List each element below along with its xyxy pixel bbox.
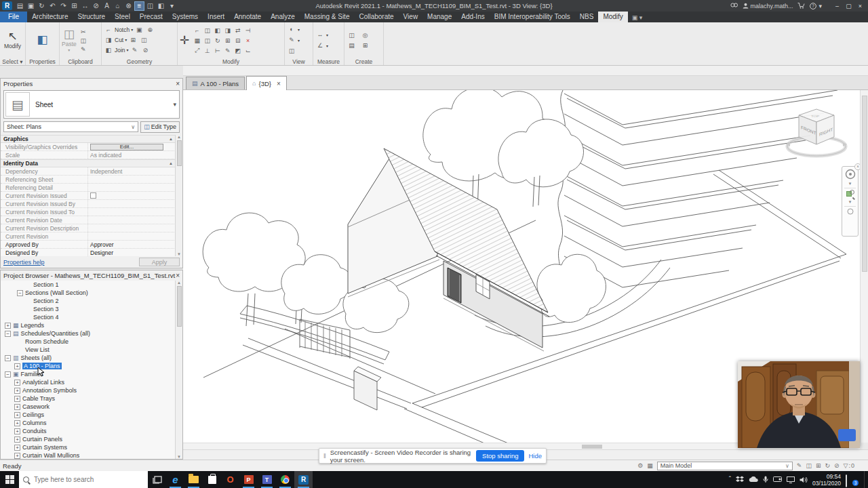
tree-item-annotation-symbols[interactable]: +Annotation Symbols: [1, 386, 175, 394]
scroll-up-icon[interactable]: ▲: [177, 135, 181, 139]
tab-nbs[interactable]: NBS: [575, 12, 599, 22]
collapse-icon[interactable]: −: [5, 355, 11, 361]
tree-item-curtain-panels[interactable]: +Curtain Panels: [1, 435, 175, 443]
match-properties-icon[interactable]: ✎: [79, 45, 88, 54]
dropbox-icon[interactable]: [736, 476, 744, 483]
select-panel-label[interactable]: Select ▾: [0, 58, 25, 65]
demolish-icon[interactable]: ✎: [130, 46, 140, 54]
hide-button[interactable]: Hide: [528, 452, 542, 460]
rotate-icon[interactable]: ↻: [212, 35, 222, 45]
view-cube[interactable]: FRONT RIGHT TOP: [785, 105, 848, 165]
tree-item-wall-sections[interactable]: − Sections (Wall Section): [1, 289, 175, 297]
tab-modify[interactable]: Modify: [598, 12, 627, 22]
identity-section-header[interactable]: Identity Data ▲: [1, 159, 182, 167]
undo-icon[interactable]: ↶: [47, 1, 58, 11]
move-button[interactable]: ✛: [180, 25, 189, 56]
print-icon[interactable]: ⊞: [69, 1, 79, 11]
copy-to-clipboard-icon[interactable]: ◫: [79, 37, 88, 45]
split-face-icon[interactable]: ◫: [139, 36, 149, 44]
wheel-dropdown-icon[interactable]: ▾: [849, 181, 852, 186]
steering-wheel-icon[interactable]: [845, 169, 856, 180]
property-row[interactable]: Approved By Approver: [1, 241, 182, 249]
tab-annotate[interactable]: Annotate: [229, 12, 266, 22]
array-icon[interactable]: ▦: [192, 35, 202, 45]
canvas-vertical-scrollbar[interactable]: [860, 90, 868, 443]
expand-icon[interactable]: +: [14, 428, 20, 434]
expand-icon[interactable]: +: [14, 453, 20, 459]
property-row[interactable]: Referencing Sheet: [1, 176, 182, 184]
signed-in-user[interactable]: malachy.math...: [743, 2, 793, 10]
scrollbar-thumb[interactable]: [177, 286, 182, 327]
cast-device-icon[interactable]: [773, 476, 782, 483]
measure-tape-icon[interactable]: ↔: [315, 30, 325, 39]
browser-scrollbar[interactable]: ▲ ▼: [175, 281, 182, 459]
tree-item-cable-trays[interactable]: +Cable Trays: [1, 394, 175, 403]
zoom-region-icon[interactable]: [846, 190, 854, 198]
tab-precast[interactable]: Precast: [135, 12, 167, 22]
taskbar-office-icon[interactable]: O: [221, 471, 239, 488]
navigation-bar[interactable]: × ▾ ▾: [842, 166, 859, 237]
create-assembly-icon[interactable]: ◎: [360, 30, 370, 40]
expand-icon[interactable]: +: [14, 412, 20, 418]
expand-icon[interactable]: +: [14, 404, 20, 410]
tab-file[interactable]: File: [0, 12, 27, 22]
property-row[interactable]: Current Revision Issued By: [1, 200, 182, 208]
speaker-icon[interactable]: [800, 476, 808, 483]
action-center-icon[interactable]: 3: [846, 475, 856, 485]
tree-item-a100-plans[interactable]: + A 100 - Plans: [1, 362, 175, 370]
instance-selector[interactable]: Sheet: Plans ∨: [3, 121, 138, 132]
taskbar-clock[interactable]: 09:54 03/11/2020: [812, 473, 841, 487]
create-group-icon[interactable]: ◫: [347, 30, 357, 40]
reveal-hidden-icon[interactable]: ◐: [287, 25, 296, 33]
open-icon[interactable]: ▤: [15, 1, 25, 11]
vg-overrides-edit-button[interactable]: Edit...: [90, 144, 163, 150]
tree-item-schedules[interactable]: − ▤ Schedules/Quantities (all): [1, 329, 175, 338]
design-options-icon[interactable]: ▦: [647, 462, 653, 469]
scroll-down-icon[interactable]: ▼: [177, 455, 181, 459]
property-row[interactable]: Current Revision Date: [1, 216, 182, 224]
collapse-icon[interactable]: −: [5, 331, 11, 337]
graphics-section-header[interactable]: Graphics ▲: [1, 135, 182, 143]
mirror-axis-icon[interactable]: ◧: [212, 25, 222, 35]
apply-coping-icon[interactable]: ▣: [134, 26, 144, 34]
thin-lines-icon[interactable]: ≡: [134, 1, 144, 11]
cut-to-clipboard-icon[interactable]: ✂: [79, 28, 88, 36]
collapse-section-icon[interactable]: ▲: [169, 137, 173, 141]
revit-logo-icon[interactable]: R: [2, 1, 12, 10]
extend-icon[interactable]: ⇄: [233, 25, 243, 35]
trim-icon[interactable]: ⊞: [222, 35, 233, 45]
close-hidden-windows-icon[interactable]: ◫: [145, 1, 155, 11]
text-icon[interactable]: A: [102, 1, 112, 11]
offset-icon[interactable]: ◫: [202, 25, 212, 35]
taskbar-edge-icon[interactable]: e: [166, 471, 184, 488]
tree-item-families[interactable]: − ▣ Families: [1, 370, 175, 378]
property-row[interactable]: Current Revision Issued: [1, 192, 182, 200]
tree-item-curtain-systems[interactable]: +Curtain Systems: [1, 443, 175, 451]
tab-insert[interactable]: Insert: [203, 12, 229, 22]
select-links-icon[interactable]: ⊘: [834, 462, 840, 469]
close-view-tab-icon[interactable]: ×: [277, 80, 281, 87]
restore-button[interactable]: ▢: [844, 1, 854, 10]
expand-icon[interactable]: +: [5, 323, 11, 329]
tab-options-icon[interactable]: ▣ ▾: [628, 13, 647, 22]
apply-button[interactable]: Apply: [139, 258, 180, 266]
expand-icon[interactable]: +: [14, 420, 20, 426]
app-store-cart-icon[interactable]: [797, 2, 805, 10]
view-tab-plans[interactable]: ▤ A 100 - Plans: [186, 77, 245, 89]
remove-coping-icon[interactable]: ⊕: [145, 26, 155, 34]
tree-item-sheets[interactable]: − ▥ Sheets (all): [1, 354, 175, 362]
create-similar-icon[interactable]: ⊞: [360, 40, 370, 50]
zoom-dropdown-icon[interactable]: ▾: [849, 199, 852, 205]
selection-filter[interactable]: ▽:0: [844, 462, 854, 469]
expand-icon[interactable]: +: [14, 445, 20, 451]
expand-icon[interactable]: +: [14, 363, 20, 369]
tree-item-room-schedule[interactable]: Room Schedule: [1, 338, 175, 346]
expand-icon[interactable]: +: [14, 388, 20, 394]
section-icon[interactable]: ⊗: [123, 1, 134, 11]
linework-icon[interactable]: ✎: [287, 36, 296, 44]
tree-item-section-1[interactable]: Section 1: [1, 281, 175, 289]
unpin-icon[interactable]: ⊥: [202, 45, 212, 56]
tab-add-ins[interactable]: Add-Ins: [456, 12, 489, 22]
save-icon[interactable]: ▣: [26, 1, 36, 11]
cut-profile-icon[interactable]: ◫: [287, 47, 296, 55]
